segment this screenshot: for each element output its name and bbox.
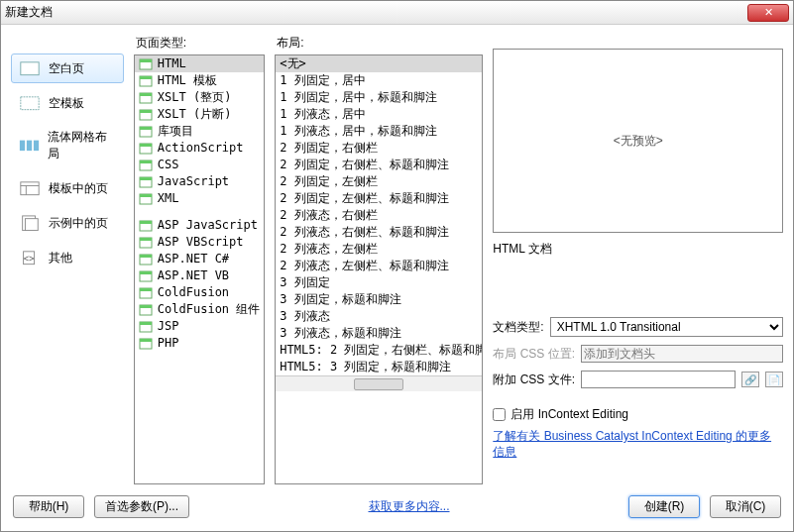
layout-item[interactable]: HTML5: 3 列固定，标题和脚注: [276, 359, 482, 375]
page-type-header: 页面类型:: [134, 33, 265, 54]
create-button[interactable]: 创建(R): [628, 495, 700, 518]
layout-item[interactable]: 3 列液态: [276, 308, 482, 325]
attach-css-field[interactable]: [581, 371, 736, 388]
attach-css-label: 附加 CSS 文件:: [493, 372, 575, 388]
link-css-button[interactable]: 🔗: [741, 372, 759, 387]
category-label: 空白页: [49, 60, 84, 77]
layout-item[interactable]: 1 列液态，居中，标题和脚注: [276, 123, 482, 140]
layout-item[interactable]: 2 列固定，左侧栏、标题和脚注: [276, 190, 482, 207]
page-type-list[interactable]: HTMLHTML 模板XSLT (整页)XSLT (片断)库项目ActionSc…: [134, 54, 265, 484]
layout-item[interactable]: 3 列固定，标题和脚注: [276, 291, 482, 308]
page-type-label: PHP: [158, 336, 179, 351]
category-column: 空白页空模板流体网格布局模板中的页示例中的页<>其他: [11, 33, 124, 484]
page-type-item[interactable]: HTML: [135, 55, 264, 72]
browse-css-button[interactable]: 📄: [765, 372, 783, 387]
cancel-button[interactable]: 取消(C): [710, 495, 781, 518]
ice-info-link[interactable]: 了解有关 Business Catalyst InContext Editing…: [493, 429, 783, 460]
layout-label: 2 列固定，左侧栏、标题和脚注: [280, 191, 448, 206]
page-type-item[interactable]: ASP.NET C#: [135, 251, 264, 267]
category-item-template-blank[interactable]: 空模板: [11, 88, 124, 118]
help-button[interactable]: 帮助(H): [13, 495, 84, 518]
get-more-link[interactable]: 获取更多内容...: [369, 498, 450, 515]
new-document-dialog: 新建文档 ✕ 空白页空模板流体网格布局模板中的页示例中的页<>其他 页面类型: …: [0, 0, 794, 532]
layout-horizontal-scrollbar[interactable]: [276, 375, 482, 391]
page-type-item[interactable]: 库项目: [135, 123, 264, 140]
layout-label: 1 列固定，居中，标题和脚注: [280, 90, 436, 105]
file-icon: [139, 75, 153, 87]
layout-label: 3 列液态，标题和脚注: [280, 326, 400, 341]
page-type-item[interactable]: JavaScript: [135, 173, 264, 190]
layout-list[interactable]: <无>1 列固定，居中1 列固定，居中，标题和脚注1 列液态，居中1 列液态，居…: [275, 54, 483, 484]
layout-item[interactable]: 2 列固定，右侧栏: [276, 140, 482, 157]
category-item-other[interactable]: <>其他: [11, 243, 124, 272]
page-type-item[interactable]: JSP: [135, 318, 264, 335]
svg-rect-33: [140, 238, 152, 241]
page-from-sample-icon: [19, 214, 41, 232]
layout-label: 2 列固定，左侧栏: [280, 174, 377, 189]
prefs-button[interactable]: 首选参数(P)...: [94, 495, 189, 518]
titlebar: 新建文档 ✕: [1, 1, 793, 25]
file-icon: [139, 126, 153, 138]
page-type-label: ColdFusion: [158, 285, 229, 300]
enable-ice-checkbox[interactable]: [493, 408, 506, 421]
page-type-label: ActionScript: [158, 141, 244, 156]
category-item-fluid-grid[interactable]: 流体网格布局: [11, 123, 124, 168]
svg-rect-15: [140, 76, 152, 79]
layout-label: 1 列液态，居中，标题和脚注: [280, 124, 436, 139]
page-type-item[interactable]: XSLT (整页): [135, 89, 264, 106]
category-item-page-from-template[interactable]: 模板中的页: [11, 173, 124, 203]
page-type-item[interactable]: ASP VBScript: [135, 234, 264, 251]
close-button[interactable]: ✕: [747, 4, 789, 22]
category-item-page-blank[interactable]: 空白页: [11, 53, 124, 83]
layout-item[interactable]: 1 列固定，居中，标题和脚注: [276, 89, 482, 106]
file-icon: [139, 220, 153, 232]
file-icon: [139, 287, 153, 299]
dialog-footer: 帮助(H) 首选参数(P)... 获取更多内容... 创建(R) 取消(C): [1, 488, 793, 524]
page-type-item[interactable]: ColdFusion: [135, 284, 264, 301]
page-type-label: XML: [158, 191, 179, 206]
file-icon: [139, 58, 153, 70]
page-type-item[interactable]: ActionScript: [135, 140, 264, 157]
doctype-select[interactable]: XHTML 1.0 Transitional: [550, 317, 783, 337]
page-type-item[interactable]: ASP.NET VB: [135, 267, 264, 284]
layout-label: 2 列固定，右侧栏: [280, 141, 377, 156]
layout-label: 2 列固定，右侧栏、标题和脚注: [280, 158, 448, 172]
layout-item[interactable]: HTML5: 2 列固定，右侧栏、标题和脚注: [276, 342, 482, 359]
layout-item[interactable]: 1 列固定，居中: [276, 72, 482, 89]
layout-item[interactable]: 3 列固定: [276, 274, 482, 291]
layout-item[interactable]: 2 列固定，左侧栏: [276, 173, 482, 190]
layout-label: 1 列液态，居中: [280, 107, 365, 122]
page-type-label: CSS: [158, 158, 179, 172]
layout-item[interactable]: 3 列液态，标题和脚注: [276, 325, 482, 342]
page-type-item[interactable]: ColdFusion 组件: [135, 301, 264, 318]
category-item-page-from-sample[interactable]: 示例中的页: [11, 208, 124, 238]
page-type-item[interactable]: PHP: [135, 335, 264, 352]
page-type-item[interactable]: ASP JavaScript: [135, 217, 264, 234]
page-type-label: XSLT (整页): [158, 90, 232, 105]
layout-label: 3 列固定，标题和脚注: [280, 292, 400, 307]
file-icon: [139, 254, 153, 266]
svg-rect-19: [140, 110, 152, 113]
fluid-grid-icon: [19, 137, 40, 155]
svg-rect-1: [21, 97, 39, 110]
layout-item[interactable]: 2 列固定，右侧栏、标题和脚注: [276, 157, 482, 173]
layout-item[interactable]: 1 列液态，居中: [276, 106, 482, 123]
svg-rect-39: [140, 288, 152, 291]
page-type-item[interactable]: XML: [135, 190, 264, 207]
other-icon: <>: [19, 249, 41, 266]
layout-label: 2 列液态，右侧栏: [280, 208, 377, 223]
page-type-item[interactable]: XSLT (片断): [135, 106, 264, 123]
layout-item[interactable]: 2 列液态，右侧栏、标题和脚注: [276, 224, 482, 241]
layout-item[interactable]: <无>: [276, 55, 482, 72]
layout-label: 3 列固定: [280, 275, 329, 290]
svg-rect-29: [140, 194, 152, 197]
svg-rect-23: [140, 144, 152, 147]
layout-item[interactable]: 2 列液态，右侧栏: [276, 207, 482, 224]
layout-item[interactable]: 2 列液态，左侧栏: [276, 241, 482, 258]
page-type-item[interactable]: HTML 模板: [135, 72, 264, 89]
doctype-label: 文档类型:: [493, 319, 543, 336]
category-label: 示例中的页: [49, 215, 108, 232]
layout-item[interactable]: 2 列液态，左侧栏、标题和脚注: [276, 258, 482, 274]
page-type-item[interactable]: CSS: [135, 157, 264, 173]
file-icon: [139, 109, 153, 121]
